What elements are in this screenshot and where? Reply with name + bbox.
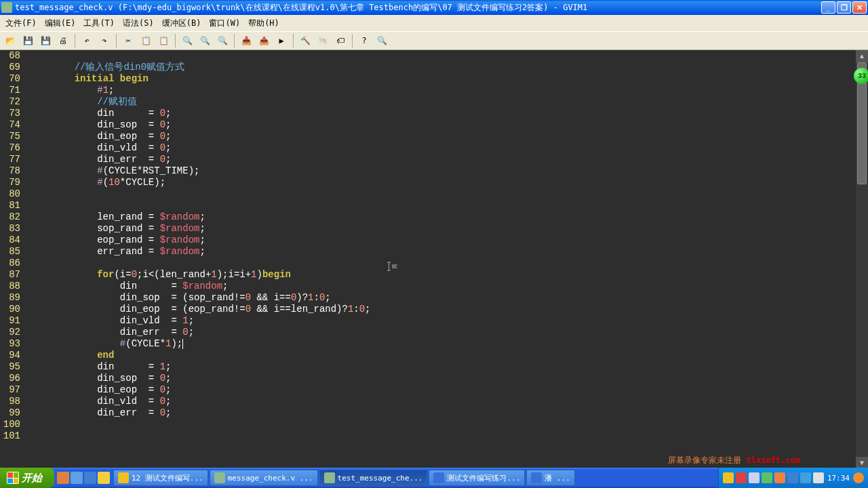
session-save-icon[interactable]: 📤 xyxy=(256,33,271,48)
code-line[interactable]: //赋初值 xyxy=(23,96,856,108)
close-button[interactable]: ✕ xyxy=(852,1,867,14)
taskbar-button[interactable]: message_check.v ... xyxy=(210,470,318,486)
code-line[interactable]: sop_rand = $random; xyxy=(23,223,856,235)
tray-icon[interactable] xyxy=(853,472,864,483)
code-area[interactable]: //输入信号din0赋值方式 initial begin #1; //赋初值 d… xyxy=(23,50,856,442)
separator xyxy=(175,34,176,47)
line-number: 101 xyxy=(0,430,20,442)
findh-icon[interactable]: 🔍 xyxy=(374,33,389,48)
copy-icon[interactable]: 📋 xyxy=(138,33,153,48)
minimize-button[interactable]: _ xyxy=(821,1,835,14)
line-number: 86 xyxy=(0,258,20,269)
menu-syntax[interactable]: 语法(S) xyxy=(120,16,157,30)
code-line[interactable]: din = $random; xyxy=(23,281,856,292)
code-line[interactable]: #1; xyxy=(23,85,856,96)
code-line[interactable]: din_sop = 0; xyxy=(23,373,856,384)
menu-tools[interactable]: 工具(T) xyxy=(81,16,117,30)
line-number: 74 xyxy=(0,119,20,131)
code-line[interactable] xyxy=(23,200,856,211)
start-button[interactable]: 开始 xyxy=(0,468,54,488)
help-icon[interactable]: ? xyxy=(357,33,372,48)
undo-icon[interactable]: ↶ xyxy=(79,33,94,48)
menu-window[interactable]: 窗口(W) xyxy=(206,16,243,30)
quick-launch-icon[interactable] xyxy=(98,472,110,484)
code-line[interactable]: #(CYCLE*RST_TIME); xyxy=(23,165,856,177)
tray-clock[interactable]: 17:34 xyxy=(826,474,851,483)
text-cursor-icon xyxy=(385,260,399,272)
paste-icon[interactable]: 📋 xyxy=(156,33,171,48)
line-number: 77 xyxy=(0,154,20,165)
quick-launch-icon[interactable] xyxy=(84,472,96,484)
tray-icon[interactable] xyxy=(813,472,824,483)
code-line[interactable]: err_rand = $random; xyxy=(23,246,856,258)
code-line[interactable]: din_eop = (eop_rand!=0 && i==len_rand)?1… xyxy=(23,304,856,315)
maximize-button[interactable]: ❐ xyxy=(837,1,851,14)
taskbar-button[interactable]: 12 测试文件编写... xyxy=(113,470,208,486)
code-line[interactable] xyxy=(23,430,856,442)
taskbar-button[interactable]: 潘 ... xyxy=(526,470,575,486)
code-line[interactable]: end xyxy=(23,350,856,361)
code-line[interactable]: len_rand = $random; xyxy=(23,211,856,223)
tray-icon[interactable] xyxy=(800,472,811,483)
taskbar-button[interactable]: 测试文件编写练习... xyxy=(429,470,525,486)
code-line[interactable] xyxy=(23,419,856,430)
cut-icon[interactable]: ✂ xyxy=(121,33,136,48)
menu-file[interactable]: 文件(F) xyxy=(3,16,39,30)
line-number: 83 xyxy=(0,223,20,235)
code-line[interactable]: din = 0; xyxy=(23,108,856,119)
menu-edit[interactable]: 编辑(E) xyxy=(42,16,79,30)
saveall-icon[interactable]: 💾 xyxy=(38,33,53,48)
code-line[interactable]: din_sop = (sop_rand!=0 && i==0)?1:0; xyxy=(23,292,856,304)
code-line[interactable]: din_err = 0; xyxy=(23,327,856,338)
code-line[interactable]: din = 1; xyxy=(23,361,856,373)
open-icon[interactable]: 📂 xyxy=(3,33,18,48)
session-load-icon[interactable]: 📥 xyxy=(239,33,254,48)
menu-buffers[interactable]: 缓冲区(B) xyxy=(159,16,204,30)
code-line[interactable] xyxy=(23,50,856,62)
shell-icon[interactable]: 🐚 xyxy=(315,33,330,48)
quick-launch-icon[interactable] xyxy=(57,472,69,484)
status-ball-icon[interactable]: 33 xyxy=(854,68,868,84)
make-icon[interactable]: 🔨 xyxy=(298,33,313,48)
window-title: test_message_check.v (F:\mdy-edu_bigwork… xyxy=(15,2,821,14)
code-line[interactable]: //输入信号din0赋值方式 xyxy=(23,62,856,73)
tray-icon[interactable] xyxy=(787,472,798,483)
find-icon[interactable]: 🔍 xyxy=(180,33,195,48)
quick-launch-icon[interactable] xyxy=(71,472,83,484)
run-script-icon[interactable]: ▶ xyxy=(274,33,289,48)
task-buttons: 12 测试文件编写...message_check.v ...test_mess… xyxy=(113,470,576,486)
taskbar-button[interactable]: test_message_che... xyxy=(319,470,428,486)
tray-icon[interactable] xyxy=(736,472,747,483)
code-line[interactable]: din_eop = 0; xyxy=(23,131,856,142)
code-line[interactable]: din_err = 0; xyxy=(23,154,856,165)
findnext-icon[interactable]: 🔍 xyxy=(197,33,212,48)
code-line[interactable]: din_eop = 0; xyxy=(23,384,856,396)
code-line[interactable]: din_vld = 1; xyxy=(23,315,856,327)
code-line[interactable]: #(10*CYCLE); xyxy=(23,177,856,188)
task-icon xyxy=(433,472,444,483)
code-line[interactable]: for(i=0;i<(len_rand+1);i=i+1)begin xyxy=(23,269,856,281)
code-line[interactable]: din_vld = 0; xyxy=(23,142,856,154)
code-line[interactable]: #(CYCLE*1); xyxy=(23,338,856,350)
tray-icon[interactable] xyxy=(749,472,760,483)
tray-icon[interactable] xyxy=(723,472,734,483)
code-line[interactable] xyxy=(23,258,856,269)
code-line[interactable]: din_err = 0; xyxy=(23,407,856,419)
replace-icon[interactable]: 🔍 xyxy=(215,33,230,48)
menu-help[interactable]: 帮助(H) xyxy=(245,16,282,30)
system-tray[interactable]: 17:34 xyxy=(718,468,868,488)
print-icon[interactable]: 🖨 xyxy=(56,33,71,48)
code-line[interactable]: din_vld = 0; xyxy=(23,396,856,407)
code-line[interactable] xyxy=(23,188,856,200)
tray-icon[interactable] xyxy=(774,472,785,483)
save-icon[interactable]: 💾 xyxy=(20,33,35,48)
code-line[interactable]: din_sop = 0; xyxy=(23,119,856,131)
vertical-scrollbar[interactable]: ▲ ▼ xyxy=(856,50,868,469)
redo-icon[interactable]: ↷ xyxy=(97,33,112,48)
code-line[interactable]: initial begin xyxy=(23,73,856,85)
scroll-up-icon[interactable]: ▲ xyxy=(856,50,868,62)
editor[interactable]: 6869707172737475767778798081828384858687… xyxy=(0,50,868,469)
tray-icon[interactable] xyxy=(762,472,772,483)
tags-icon[interactable]: 🏷 xyxy=(333,33,348,48)
code-line[interactable]: eop_rand = $random; xyxy=(23,235,856,246)
